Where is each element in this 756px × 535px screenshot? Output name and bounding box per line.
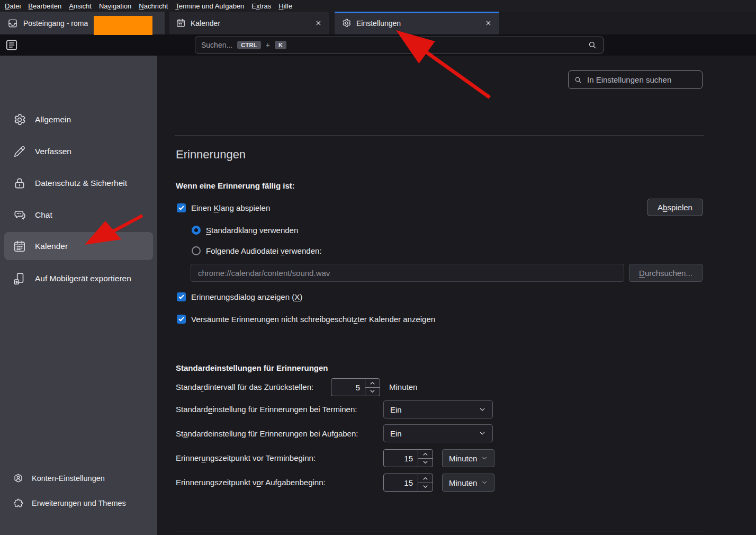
menu-bearbeiten[interactable]: Bearbeiten	[28, 2, 61, 10]
tab-calendar[interactable]: Kalender	[169, 12, 329, 34]
search-icon	[574, 76, 582, 84]
sidebar-item-chat[interactable]: Chat	[4, 201, 153, 229]
spaces-toolbar-icon[interactable]	[5, 38, 19, 52]
menu-ansicht[interactable]: Ansicht	[69, 2, 92, 10]
menu-termine-und-aufgaben[interactable]: Termine und Aufgaben	[175, 2, 244, 10]
event-default-dropdown[interactable]: Ein	[383, 400, 493, 418]
sidebar-item-label: Allgemein	[35, 115, 71, 124]
task-default-dropdown[interactable]: Ein	[383, 424, 493, 442]
play-sound-row: Einen Klang abspielen	[177, 202, 270, 213]
calendar-icon	[13, 239, 26, 253]
play-button[interactable]: Abspielen	[647, 199, 703, 216]
search-icon[interactable]	[588, 40, 597, 50]
tab-mail-label: Posteingang - roma	[23, 19, 88, 28]
task-time-spinner[interactable]: 15	[383, 474, 433, 492]
task-time-unit-dropdown[interactable]: Minuten	[442, 474, 494, 492]
settings-sidebar: Allgemein Verfassen Datenschutz & Sicher…	[0, 56, 157, 535]
sidebar-item-label: Auf Mobilgerät exportieren	[35, 274, 131, 283]
event-time-unit-dropdown[interactable]: Minuten	[442, 449, 494, 467]
play-sound-checkbox[interactable]	[177, 203, 186, 212]
section-divider-top	[175, 135, 704, 136]
chat-bubbles-icon	[13, 208, 26, 222]
defaults-heading: Standardeinstellungen für Erinnerungen	[176, 363, 328, 372]
menu-extras[interactable]: Extras	[251, 2, 271, 10]
tab-settings[interactable]: Einstellungen	[335, 12, 499, 34]
menu-hilfe[interactable]: Hilfe	[278, 2, 292, 10]
spinner-down-icon[interactable]	[365, 387, 380, 396]
menubar: Datei Bearbeiten Ansicht Navigation Nach…	[0, 0, 756, 12]
tab-settings-close-icon[interactable]	[482, 17, 494, 29]
tab-calendar-close-icon[interactable]	[312, 17, 325, 29]
sidebar-item-label: Verfassen	[35, 147, 71, 156]
pencil-icon	[13, 145, 26, 158]
task-time-unit: Minuten	[449, 478, 477, 487]
chevron-down-icon	[481, 455, 488, 461]
page-title: Erinnerungen	[176, 148, 246, 162]
event-time-spinner[interactable]: 15	[383, 449, 433, 467]
spinner-up-icon[interactable]	[365, 379, 380, 387]
missed-reminders-row: Versäumte Erinnerungen nicht schreibgesc…	[177, 314, 435, 324]
sidebar-item-mobilgeraet-export[interactable]: Auf Mobilgerät exportieren	[4, 264, 153, 292]
puzzle-icon	[13, 498, 24, 509]
global-search-input[interactable]: Suchen... CTRL + K	[195, 37, 604, 54]
show-dialog-label: Erinnerungsdialog anzeigen (X)	[191, 292, 302, 301]
sidebar-item-label: Chat	[35, 210, 52, 220]
lock-icon	[13, 176, 26, 190]
global-search-placeholder: Suchen...	[201, 41, 232, 49]
snooze-unit-label: Minuten	[389, 382, 417, 391]
gear-icon	[341, 18, 352, 28]
settings-search-placeholder: In Einstellungen suchen	[587, 75, 671, 84]
audio-file-label: Folgende Audiodatei verwenden:	[206, 246, 322, 255]
play-sound-label: Einen Klang abspielen	[191, 203, 270, 212]
sound-path-value: chrome://calendar/content/sound.wav	[198, 269, 330, 278]
menu-datei[interactable]: Datei	[5, 2, 21, 10]
task-time-label: Erinnerungszeitpunkt vor Aufgabenbeginn:	[176, 478, 326, 487]
sidebar-item-allgemein[interactable]: Allgemein	[4, 105, 153, 133]
spinner-up-icon[interactable]	[418, 474, 433, 483]
show-dialog-row: Erinnerungsdialog anzeigen (X)	[177, 291, 302, 302]
chevron-down-icon	[479, 430, 486, 437]
when-due-heading: Wenn eine Erinnerung fällig ist:	[176, 181, 295, 190]
calendar-icon	[176, 18, 186, 28]
audio-file-radio[interactable]	[192, 246, 201, 255]
event-time-value: 15	[384, 450, 418, 467]
default-sound-label: Standardklang verwenden	[206, 226, 298, 235]
event-default-label: Standardeinstellung für Erinnerungen bei…	[176, 405, 357, 414]
sidebar-item-erweiterungen-themes[interactable]: Erweiterungen und Themes	[4, 491, 153, 515]
show-dialog-checkbox[interactable]	[177, 292, 186, 301]
spinner-up-icon[interactable]	[418, 450, 433, 458]
chevron-down-icon	[479, 406, 486, 413]
kbd-k: K	[275, 41, 286, 49]
snooze-label: Standardintervall für das Zurückstellen:	[176, 382, 313, 391]
section-divider-bottom	[175, 531, 704, 531]
task-time-value: 15	[384, 474, 418, 491]
inbox-icon	[7, 18, 18, 29]
browse-button[interactable]: Durchsuchen...	[629, 264, 703, 282]
spinner-down-icon[interactable]	[418, 483, 433, 492]
sound-path-input[interactable]: chrome://calendar/content/sound.wav	[191, 264, 624, 282]
sidebar-item-label: Kalender	[35, 242, 68, 251]
menu-navigation[interactable]: Navigation	[99, 2, 131, 10]
gear-icon	[13, 113, 26, 127]
sidebar-item-datenschutz[interactable]: Datenschutz & Sicherheit	[4, 169, 153, 197]
account-badge-icon	[13, 473, 24, 484]
snooze-spinner[interactable]: 5	[331, 378, 380, 396]
audio-file-row: Folgende Audiodatei verwenden:	[192, 245, 322, 256]
sidebar-item-label: Erweiterungen und Themes	[32, 499, 126, 507]
default-sound-radio[interactable]	[192, 226, 201, 235]
sidebar-item-konten-einstellungen[interactable]: Konten-Einstellungen	[4, 466, 153, 491]
missed-reminders-checkbox[interactable]	[177, 315, 186, 324]
spinner-down-icon[interactable]	[418, 458, 433, 467]
tab-calendar-label: Kalender	[191, 19, 220, 28]
sidebar-item-verfassen[interactable]: Verfassen	[4, 137, 153, 165]
chevron-down-icon	[481, 479, 488, 486]
phone-export-icon	[13, 272, 26, 286]
menu-nachricht[interactable]: Nachricht	[139, 2, 168, 10]
event-default-value: Ein	[390, 405, 402, 414]
task-default-value: Ein	[390, 429, 402, 438]
sidebar-item-kalender[interactable]: Kalender	[4, 232, 153, 260]
missed-reminders-label: Versäumte Erinnerungen nicht schreibgesc…	[191, 315, 435, 324]
kbd-ctrl: CTRL	[237, 41, 261, 49]
settings-search-input[interactable]: In Einstellungen suchen	[568, 70, 703, 89]
thunderbird-window: Datei Bearbeiten Ansicht Navigation Nach…	[0, 0, 756, 535]
